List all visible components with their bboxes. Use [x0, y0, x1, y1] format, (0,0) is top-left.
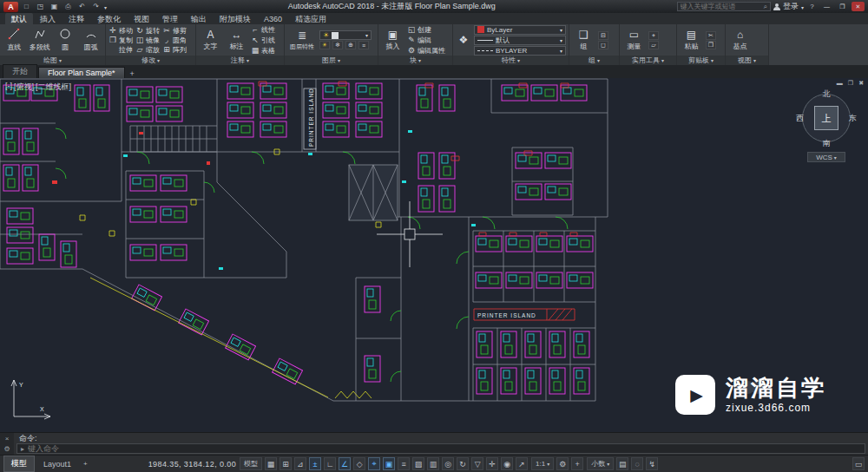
app-menu-button[interactable]: A — [3, 2, 18, 12]
tool-trim[interactable]: ✂修剪 — [162, 26, 187, 36]
redo-icon[interactable]: ↷ — [90, 3, 102, 10]
drawing-area[interactable]: PRINTER ISLAND PRINTER ISLAND Y X [-] [俯… — [0, 78, 868, 432]
tool-measure[interactable]: ▭ 测量 — [622, 29, 646, 51]
tool-match-properties[interactable]: ❖ — [456, 34, 471, 46]
help-icon[interactable]: ? — [806, 3, 818, 10]
panel-label-utilities[interactable]: 实用工具 — [620, 56, 676, 65]
layout-tab-layout1[interactable]: Layout1 — [36, 458, 78, 470]
clean-screen-toggle[interactable]: ▭ — [852, 457, 865, 470]
panel-label-groups[interactable]: 组 — [569, 56, 619, 65]
tool-layer-properties[interactable]: ≣ 图层特性 — [287, 30, 317, 51]
tool-fillet[interactable]: ◞圆角 — [162, 36, 187, 45]
model-space-toggle[interactable]: 模型 — [240, 457, 262, 470]
polar-tracking-toggle[interactable]: ∠ — [339, 457, 351, 470]
lineweight-toggle[interactable]: ≡ — [398, 457, 410, 470]
object-snap-tracking-toggle[interactable]: ⌖ — [368, 457, 380, 470]
layer-on-off-icon[interactable]: ☀ — [319, 41, 330, 49]
object-snap-toggle[interactable]: ▣ — [383, 457, 395, 470]
tool-polyline[interactable]: 多段线 — [29, 28, 52, 52]
snap-toggle[interactable]: ⊞ — [279, 457, 292, 470]
graphics-performance-icon[interactable]: ↯ — [646, 457, 658, 470]
panel-label-layers[interactable]: 图层 — [285, 56, 378, 65]
isodraft-toggle[interactable]: ◇ — [353, 457, 365, 470]
infer-constraints-toggle[interactable]: ⊿ — [294, 457, 306, 470]
command-input-row[interactable]: ▸ — [16, 443, 865, 454]
tool-move[interactable]: ✛移动 — [108, 26, 133, 36]
dynamic-ucs-toggle[interactable]: ↻ — [457, 457, 469, 470]
new-layout-button[interactable]: + — [80, 458, 91, 469]
help-search[interactable]: ⌕ — [677, 2, 771, 11]
tool-stretch[interactable]: 拉伸 — [108, 45, 133, 55]
layer-state-icon[interactable]: ≡ — [358, 41, 369, 49]
tool-rotate[interactable]: ↻旋转 — [135, 26, 160, 36]
plot-icon[interactable]: ⎙ — [62, 3, 74, 11]
file-tab-floor-plan-sample[interactable]: Floor Plan Sample* — [38, 67, 125, 78]
search-icon[interactable]: ⌕ — [764, 3, 767, 11]
undo-icon[interactable]: ↶ — [76, 3, 88, 10]
layout-tab-model[interactable]: 模型 — [3, 456, 35, 472]
maximize-button[interactable]: ❐ — [836, 2, 849, 11]
annotation-monitor-icon[interactable]: + — [571, 457, 583, 470]
group-edit-icon[interactable]: ◻ — [598, 41, 608, 49]
tab-featured-apps[interactable]: 精选应用 — [289, 13, 332, 24]
selection-cycling-toggle[interactable]: ▥ — [427, 457, 439, 470]
search-input[interactable] — [681, 3, 764, 10]
object-color-dropdown[interactable]: ByLayer — [474, 25, 566, 35]
drawing-minimize-icon[interactable]: ▬ — [837, 80, 843, 87]
tool-leader[interactable]: ↖引线 — [251, 36, 275, 45]
tool-copy[interactable]: ❐复制 — [108, 36, 133, 45]
user-icon[interactable] — [773, 3, 780, 10]
minimize-button[interactable]: — — [820, 2, 833, 11]
selection-filter-toggle[interactable]: ▽ — [471, 457, 483, 470]
tab-addins[interactable]: 附加模块 — [214, 13, 257, 24]
panel-label-block[interactable]: 块 — [378, 56, 452, 65]
viewcube[interactable]: 北 西 东 南 上 WCS — [799, 90, 854, 165]
annotation-scale-dropdown[interactable]: 1:1 — [531, 457, 554, 470]
viewcube-south[interactable]: 南 — [799, 138, 854, 149]
lineweight-dropdown[interactable]: 默认 — [474, 36, 566, 45]
linetype-dropdown[interactable]: BYLAYER — [474, 46, 566, 56]
quick-access-dropdown-icon[interactable] — [104, 3, 107, 11]
tab-a360[interactable]: A360 — [258, 13, 288, 24]
tool-linear[interactable]: ⌐线性 — [251, 25, 275, 35]
tool-edit-attributes[interactable]: ⚙编辑属性 — [407, 46, 445, 56]
command-input[interactable] — [28, 444, 865, 453]
viewcube-east[interactable]: 东 — [849, 113, 857, 124]
tool-paste[interactable]: ▤ 粘贴 — [680, 29, 703, 51]
viewcube-west[interactable]: 西 — [796, 113, 804, 124]
panel-label-view[interactable]: 视图 — [726, 56, 768, 65]
layer-isolate-icon[interactable]: ⊕ — [345, 41, 356, 49]
quick-properties-toggle[interactable]: ▤ — [616, 457, 628, 470]
command-customize-icon[interactable]: ⚙ — [3, 445, 10, 453]
tab-home[interactable]: 默认 — [5, 13, 33, 24]
panel-label-annotate[interactable]: 注释 — [196, 56, 284, 65]
3d-object-snap-toggle[interactable]: ◎ — [442, 457, 454, 470]
ungroup-icon[interactable]: ⊟ — [598, 31, 608, 40]
layer-freeze-icon[interactable]: ❄ — [332, 41, 343, 49]
isolate-objects-icon[interactable]: ◌ — [631, 457, 643, 470]
grid-toggle[interactable]: ▦ — [265, 457, 277, 470]
panel-label-properties[interactable]: 特性 — [453, 56, 569, 65]
workspace-switching-icon[interactable]: ⚙ — [556, 457, 569, 470]
close-button[interactable]: ✕ — [852, 2, 865, 11]
command-close-icon[interactable]: × — [5, 435, 10, 442]
tab-manage[interactable]: 管理 — [156, 13, 184, 24]
open-file-icon[interactable]: ◳ — [35, 3, 46, 10]
new-file-icon[interactable]: □ — [21, 3, 32, 10]
tab-view[interactable]: 视图 — [128, 13, 155, 24]
id-point-icon[interactable]: ⌖ — [648, 31, 659, 40]
viewcube-north[interactable]: 北 — [799, 88, 854, 100]
tool-group[interactable]: ❑ 组 — [572, 29, 595, 51]
drawing-restore-icon[interactable]: ❒ — [848, 80, 853, 87]
dynamic-input-toggle[interactable]: ± — [309, 457, 321, 470]
tool-text[interactable]: A 文字 — [199, 29, 222, 51]
tool-insert-block[interactable]: ▣ 插入 — [381, 29, 404, 51]
signin-button[interactable]: 登录 — [783, 1, 799, 12]
autoscale-toggle[interactable]: ↗ — [516, 457, 528, 470]
ortho-toggle[interactable]: ∟ — [324, 457, 336, 470]
tool-table[interactable]: ▦表格 — [251, 46, 275, 56]
tool-scale[interactable]: ▱缩放 — [135, 45, 160, 55]
drawing-close-icon[interactable]: ✖ — [858, 80, 864, 87]
tab-insert[interactable]: 插入 — [34, 13, 62, 24]
viewport-visual-style-control[interactable]: [二维线框] — [36, 82, 71, 93]
